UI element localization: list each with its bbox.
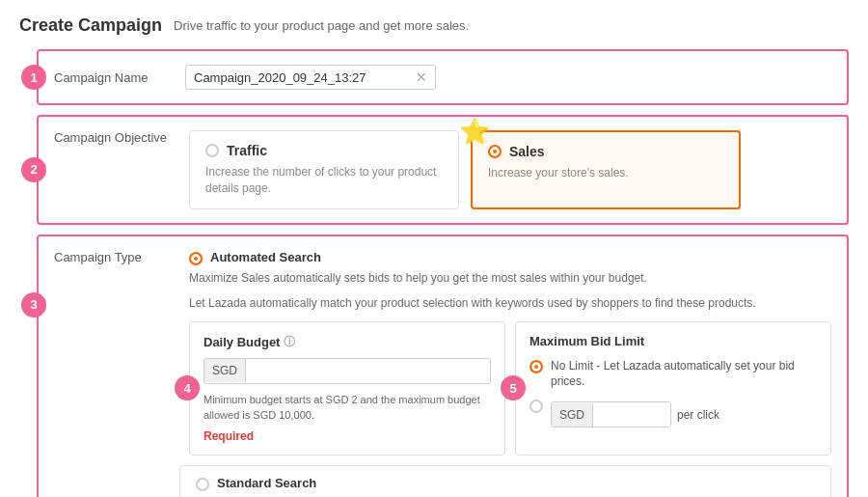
campaign-type-content: Automated Search Maximize Sales automati…	[189, 250, 831, 456]
standard-search-radio[interactable]	[196, 478, 209, 491]
campaign-type-section: Campaign Type Automated Search Maximize …	[37, 235, 849, 497]
standard-search-desc: Enhanced cost-per-click (ECPC) helps you…	[217, 494, 815, 497]
sales-desc: Increase your store's sales.	[488, 165, 723, 181]
campaign-objective-label: Campaign Objective	[54, 130, 167, 145]
max-bid-label: Maximum Bid Limit	[529, 334, 817, 348]
daily-budget-input[interactable]	[246, 359, 490, 383]
step-badge-5: 5	[501, 375, 526, 400]
sales-title: Sales	[509, 144, 545, 159]
traffic-radio[interactable]	[205, 144, 219, 157]
step-badge-4: 4	[175, 375, 200, 400]
automated-search-option[interactable]: Automated Search	[189, 250, 831, 265]
daily-budget-sgd-label: SGD	[204, 359, 246, 382]
campaign-name-label: Campaign Name	[54, 70, 170, 85]
bid-no-limit-radio[interactable]	[529, 360, 543, 373]
budget-bid-row: 4 Daily Budget ⓘ SGD Minimum budget star…	[189, 321, 831, 456]
sales-radio[interactable]	[488, 145, 502, 158]
page-title: Create Campaign	[19, 15, 162, 36]
bid-no-limit-text: No Limit - Let Lazada automatically set …	[551, 358, 817, 391]
sgd-per-click-input-wrap: SGD	[551, 401, 671, 428]
automated-search-title: Automated Search	[210, 250, 321, 264]
campaign-name-input-wrap: ✕	[185, 65, 436, 90]
traffic-desc: Increase the number of clicks to your pr…	[205, 164, 443, 197]
daily-budget-info-icon[interactable]: ⓘ	[284, 334, 295, 350]
step-badge-1: 1	[21, 65, 46, 90]
bid-no-limit-option[interactable]: No Limit - Let Lazada automatically set …	[529, 358, 817, 391]
per-click-label: per click	[677, 408, 719, 422]
bid-custom-option[interactable]: SGD per click	[529, 398, 817, 428]
sgd-per-click-wrap: SGD per click	[551, 401, 719, 428]
objective-sales-card[interactable]: ⭐ Sales Increase your store's sales.	[471, 130, 741, 209]
required-text: Required	[203, 429, 491, 443]
standard-search-title: Standard Search	[217, 476, 815, 490]
automated-radio[interactable]	[189, 252, 203, 265]
objective-options: Traffic Increase the number of clicks to…	[189, 130, 831, 209]
campaign-objective-section: Campaign Objective Traffic Increase the …	[37, 115, 849, 225]
page-header: Create Campaign Drive traffic to your pr…	[19, 15, 849, 36]
daily-budget-label: Daily Budget ⓘ	[203, 334, 491, 350]
page-subtitle: Drive traffic to your product page and g…	[174, 18, 469, 33]
campaign-name-input[interactable]	[194, 70, 412, 85]
daily-budget-note: Minimum budget starts at SGD 2 and the m…	[203, 392, 491, 424]
objective-traffic-card[interactable]: Traffic Increase the number of clicks to…	[189, 130, 459, 209]
daily-budget-section: 4 Daily Budget ⓘ SGD Minimum budget star…	[189, 321, 505, 456]
clear-icon[interactable]: ✕	[416, 69, 427, 85]
daily-budget-input-wrap: SGD	[203, 358, 491, 384]
standard-search-content: Standard Search Enhanced cost-per-click …	[217, 476, 815, 497]
step-badge-3: 3	[21, 292, 46, 318]
step-badge-2: 2	[21, 157, 46, 182]
bid-custom-radio[interactable]	[529, 400, 543, 413]
max-bid-section: 5 Maximum Bid Limit No Limit - Let Lazad…	[515, 321, 831, 456]
sales-star-icon: ⭐	[459, 119, 490, 144]
bid-sgd-label: SGD	[552, 403, 593, 427]
automated-desc1: Maximize Sales automatically sets bids t…	[189, 269, 831, 287]
bid-custom-input[interactable]	[593, 402, 670, 427]
campaign-type-label: Campaign Type	[54, 250, 142, 264]
campaign-name-section: Campaign Name ✕	[37, 49, 849, 105]
standard-search-section: Standard Search Enhanced cost-per-click …	[179, 465, 831, 497]
traffic-title: Traffic	[227, 143, 267, 158]
automated-desc2: Let Lazada automatically match your prod…	[189, 294, 831, 312]
